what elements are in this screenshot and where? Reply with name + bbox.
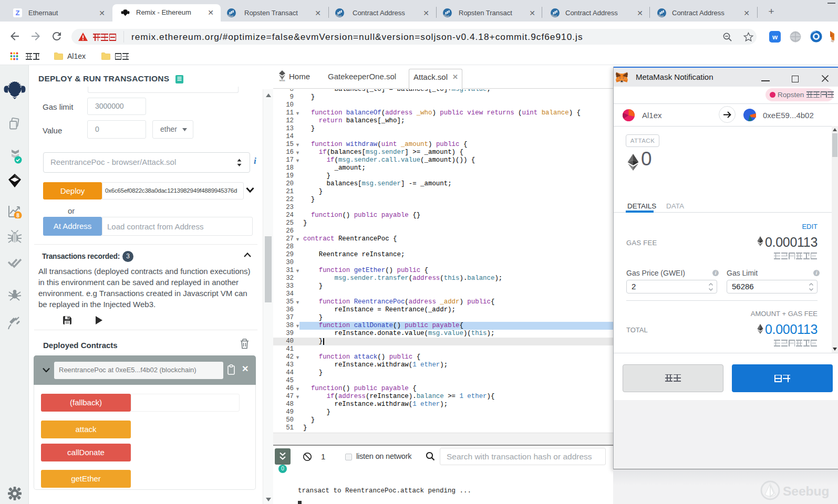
svg-text:remix: remix: [280, 79, 286, 82]
svg-text:Seebug: Seebug: [783, 484, 830, 498]
svg-text:8: 8: [16, 213, 19, 218]
svg-text:w: w: [772, 33, 778, 41]
svg-text:Z: Z: [16, 9, 20, 17]
